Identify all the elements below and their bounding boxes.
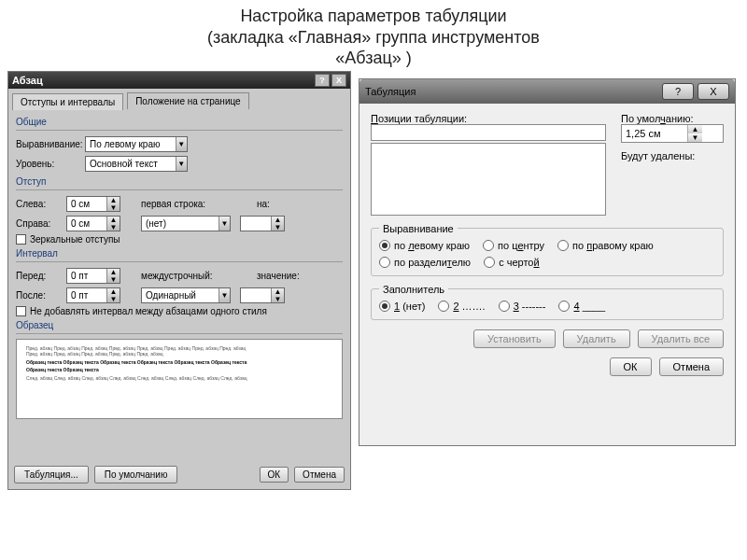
tab-indents[interactable]: Отступы и интервалы xyxy=(12,93,123,110)
position-list[interactable] xyxy=(371,143,606,216)
group-sample: Образец xyxy=(16,320,343,330)
line-spacing-combo[interactable]: ▼ xyxy=(141,287,231,303)
alignment-legend: Выравнивание xyxy=(379,223,458,234)
indent-right-label: Справа: xyxy=(16,218,63,229)
dialog-title: Табуляция xyxy=(365,86,416,97)
set-button[interactable]: Установить xyxy=(473,329,556,348)
by-label: на: xyxy=(257,199,279,209)
indent-right-input[interactable]: ▲▼ xyxy=(66,216,120,231)
group-indent: Отступ xyxy=(16,176,343,187)
level-value[interactable] xyxy=(86,157,176,171)
level-combo[interactable]: ▼ xyxy=(85,156,188,172)
cancel-button[interactable]: Отмена xyxy=(294,467,345,483)
group-general: Общие xyxy=(16,117,343,127)
to-clear-label: Будут удалены: xyxy=(621,150,724,161)
before-input[interactable]: ▲▼ xyxy=(66,268,120,284)
default-label: По умолчанию: xyxy=(621,113,724,124)
first-line-label: первая строка: xyxy=(141,199,216,209)
align-decimal-radio[interactable]: по разделителю xyxy=(379,257,471,268)
dialog-title: Абзац xyxy=(12,75,43,86)
indent-by-input[interactable]: ▲▼ xyxy=(240,216,285,231)
sample-preview: Пред. абзац Пред. абзац Пред. абзац Пред… xyxy=(16,339,343,419)
leader-group: Заполнитель 1 (нет) 2 ……. 3 ------- 4 __… xyxy=(371,284,724,320)
leader-1-radio[interactable]: 1 (нет) xyxy=(379,301,425,312)
position-label: ППозиции табуляции:озиции табуляции: xyxy=(371,113,606,124)
default-stepper[interactable]: ▲▼ xyxy=(621,124,724,143)
align-left-radio[interactable]: по левому краю xyxy=(379,240,470,251)
tabulation-dialog: Табуляция ? X ППозиции табуляции:озиции … xyxy=(359,78,736,446)
leader-4-radio[interactable]: 4 ____ xyxy=(558,301,605,312)
page-title: Настройка параметров табуляции (закладка… xyxy=(0,0,747,71)
tab-position[interactable]: Положение на странице xyxy=(127,92,248,109)
align-value[interactable] xyxy=(86,137,176,151)
indent-left-label: Слева: xyxy=(16,199,63,209)
spin-up-icon[interactable]: ▲ xyxy=(688,125,702,133)
chevron-down-icon[interactable]: ▼ xyxy=(176,157,187,171)
defaults-button[interactable]: По умолчанию xyxy=(94,466,178,483)
ok-button[interactable]: ОК xyxy=(260,467,289,483)
align-center-radio[interactable]: по центру xyxy=(483,240,544,251)
ok-button[interactable]: ОК xyxy=(610,357,652,376)
align-right-radio[interactable]: по правому краю xyxy=(557,240,654,251)
align-bar-radio[interactable]: с чертой xyxy=(484,257,539,268)
align-label: Выравнивание: xyxy=(16,139,81,149)
alignment-group: Выравнивание по левому краю по центру по… xyxy=(371,223,724,276)
paragraph-dialog: Абзац ? X Отступы и интервалы Положение … xyxy=(7,71,351,490)
after-label: После: xyxy=(16,290,63,301)
leader-2-radio[interactable]: 2 ……. xyxy=(438,301,485,312)
leader-legend: Заполнитель xyxy=(379,284,448,295)
titlebar: Табуляция ? X xyxy=(359,79,735,104)
position-input[interactable] xyxy=(371,124,606,141)
mirror-indents-checkbox[interactable]: Зеркальные отступы xyxy=(16,234,343,245)
line-spacing-label: междустрочный: xyxy=(141,271,225,281)
tabs: Отступы и интервалы Положение на страниц… xyxy=(8,89,350,109)
checkbox-icon xyxy=(16,234,26,245)
close-button[interactable]: X xyxy=(698,83,729,100)
at-input[interactable]: ▲▼ xyxy=(240,287,285,303)
cancel-button[interactable]: Отмена xyxy=(659,357,724,376)
before-label: Перед: xyxy=(16,271,63,281)
close-button[interactable]: X xyxy=(331,74,346,87)
clear-button[interactable]: Удалить xyxy=(563,329,630,348)
checkbox-icon xyxy=(16,306,26,316)
group-spacing: Интервал xyxy=(16,248,343,259)
tabs-button[interactable]: Табуляция... xyxy=(14,466,89,483)
first-line-combo[interactable]: ▼ xyxy=(141,216,231,231)
clear-all-button[interactable]: Удалить все xyxy=(638,329,724,348)
titlebar: Абзац ? X xyxy=(8,72,350,89)
chevron-down-icon[interactable]: ▼ xyxy=(218,288,230,302)
after-input[interactable]: ▲▼ xyxy=(66,287,120,303)
no-space-checkbox[interactable]: Не добавлять интервал между абзацами одн… xyxy=(16,306,343,316)
spin-down-icon[interactable]: ▼ xyxy=(688,133,702,142)
chevron-down-icon[interactable]: ▼ xyxy=(176,137,187,151)
indent-left-input[interactable]: ▲▼ xyxy=(66,196,120,212)
chevron-down-icon[interactable]: ▼ xyxy=(218,217,230,231)
help-button[interactable]: ? xyxy=(315,74,330,87)
level-label: Уровень: xyxy=(16,159,81,169)
at-label: значение: xyxy=(257,271,303,281)
align-combo[interactable]: ▼ xyxy=(85,136,188,152)
help-button[interactable]: ? xyxy=(662,83,694,100)
leader-3-radio[interactable]: 3 ------- xyxy=(499,301,546,312)
